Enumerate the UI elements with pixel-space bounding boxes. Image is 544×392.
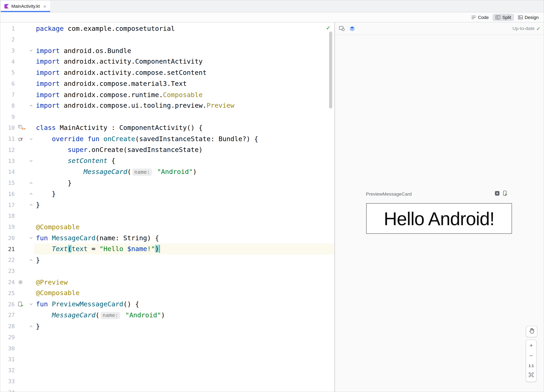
code-line[interactable]: 28} [0, 321, 334, 332]
code-text[interactable]: super.onCreate(savedInstanceState) [34, 144, 334, 155]
fold-up-icon[interactable] [28, 258, 34, 262]
check-icon: ✓ [536, 26, 540, 31]
code-line[interactable]: 23 [0, 266, 334, 277]
ui-check-icon[interactable] [339, 26, 345, 31]
compose-preview-frame: Hello Android! [366, 203, 512, 234]
code-text[interactable]: @Composable [34, 221, 334, 232]
code-line[interactable]: 34 [0, 387, 334, 392]
fold-down-icon[interactable] [28, 236, 34, 240]
code-line[interactable]: 17} [0, 199, 334, 210]
code-line[interactable]: 30 [0, 343, 334, 354]
pan-button[interactable] [526, 326, 537, 337]
code-editor[interactable]: 1package com.example.composetutorial23im… [0, 23, 334, 392]
split-view-button[interactable]: Split [493, 14, 514, 21]
code-line[interactable]: 15 } [0, 178, 334, 189]
code-line[interactable]: 6import androidx.compose.material3.Text [0, 78, 334, 89]
fold-up-icon[interactable] [28, 192, 34, 196]
code-line[interactable]: 26fun PreviewMessageCard() { [0, 299, 334, 310]
layers-icon[interactable] [349, 26, 355, 31]
preview-canvas[interactable]: PreviewMessageCard Hello Android! + − [335, 35, 544, 392]
code-view-button[interactable]: Code [468, 14, 492, 21]
code-line[interactable]: 25@Composable [0, 288, 334, 299]
split-view-icon [495, 15, 501, 20]
fold-down-icon[interactable] [28, 137, 34, 141]
run-preview-icon[interactable] [15, 302, 28, 307]
ide-window: MainActivity.kt × Code Split Design [0, 0, 544, 392]
fold-down-icon[interactable] [28, 159, 34, 163]
code-line[interactable]: 11 override fun onCreate(savedInstanceSt… [0, 133, 334, 144]
code-text[interactable]: import androidx.activity.ComponentActivi… [34, 56, 334, 67]
editor-scrollbar[interactable] [329, 31, 332, 108]
code-line[interactable]: 32 [0, 365, 334, 376]
tab-mainactivity[interactable]: MainActivity.kt × [1, 1, 50, 12]
fold-up-icon[interactable] [28, 203, 34, 207]
code-text[interactable]: fun PreviewMessageCard() { [34, 299, 334, 310]
fold-up-icon[interactable] [28, 324, 34, 328]
code-view-icon [471, 15, 476, 20]
code-text[interactable]: import androidx.compose.material3.Text [34, 78, 334, 89]
line-number: 22 [0, 257, 15, 263]
code-line[interactable]: 18 [0, 210, 334, 221]
code-text[interactable]: MessageCard(name: "Android") [34, 310, 334, 321]
class-marker-icon[interactable]: <> [15, 125, 28, 131]
code-line[interactable]: 3import android.os.Bundle [0, 45, 334, 56]
fold-up-icon[interactable] [28, 181, 34, 185]
zoom-in-button[interactable]: + [526, 341, 536, 350]
override-marker-icon[interactable] [15, 136, 28, 142]
code-text[interactable]: } [34, 199, 334, 210]
text-caret [159, 245, 160, 253]
fit-to-screen-button[interactable] [526, 371, 536, 380]
code-line[interactable]: 27 MessageCard(name: "Android") [0, 310, 334, 321]
code-text[interactable]: } [34, 178, 334, 189]
zoom-out-button[interactable]: − [526, 351, 536, 360]
code-text[interactable]: setContent { [34, 155, 334, 166]
fold-down-icon[interactable] [28, 48, 34, 53]
code-line[interactable]: 31 [0, 354, 334, 365]
code-text[interactable]: class MainActivity : ComponentActivity()… [34, 122, 334, 133]
code-line[interactable]: 16 } [0, 189, 334, 199]
code-text[interactable]: Text(text = "Hello $name!") [34, 244, 334, 255]
zoom-reset-button[interactable]: 1:1 [526, 361, 536, 370]
interactive-mode-icon[interactable] [495, 190, 500, 197]
line-number: 32 [0, 367, 15, 374]
code-line[interactable]: 2 [0, 34, 334, 45]
fold-down-icon[interactable] [28, 302, 34, 306]
inspections-ok-icon[interactable]: ✓ [326, 25, 330, 31]
code-text[interactable]: } [34, 321, 334, 332]
line-number: 25 [0, 290, 15, 296]
code-text[interactable]: import androidx.compose.ui.tooling.previ… [34, 100, 334, 111]
code-line[interactable]: 4import androidx.activity.ComponentActiv… [0, 56, 334, 67]
tab-close-icon[interactable]: × [43, 4, 46, 9]
code-line[interactable]: 7import androidx.compose.runtime.Composa… [0, 89, 334, 100]
code-text[interactable]: } [34, 189, 334, 199]
code-line[interactable]: 14 MessageCard(name: "Android") [0, 166, 334, 178]
code-line[interactable]: 1package com.example.composetutorial [0, 23, 334, 34]
code-line[interactable]: 10<>class MainActivity : ComponentActivi… [0, 122, 334, 133]
code-line[interactable]: 5import androidx.activity.compose.setCon… [0, 67, 334, 78]
code-text[interactable]: } [34, 255, 334, 266]
code-text[interactable]: override fun onCreate(savedInstanceState… [34, 133, 334, 144]
code-line[interactable]: 21 Text(text = "Hello $name!") [0, 244, 334, 255]
code-text[interactable]: fun MessageCard(name: String) { [34, 232, 334, 244]
code-line[interactable]: 19@Composable [0, 221, 334, 232]
run-on-device-icon[interactable] [503, 190, 508, 197]
design-view-button[interactable]: Design [515, 14, 541, 21]
code-text[interactable]: @Composable [34, 288, 334, 299]
code-line[interactable]: 24@Preview [0, 277, 334, 288]
code-line[interactable]: 8import androidx.compose.ui.tooling.prev… [0, 100, 334, 111]
code-line[interactable]: 13 setContent { [0, 155, 334, 166]
code-text[interactable]: import android.os.Bundle [34, 45, 334, 56]
code-line[interactable]: 29 [0, 332, 334, 343]
code-line[interactable]: 33 [0, 376, 334, 387]
code-line[interactable]: 9 [0, 111, 334, 122]
code-text[interactable]: package com.example.composetutorial [34, 23, 334, 34]
code-text[interactable]: MessageCard(name: "Android") [34, 166, 334, 178]
code-text[interactable]: @Preview [34, 277, 334, 288]
preview-gear-icon[interactable] [15, 280, 28, 285]
code-text[interactable]: import androidx.activity.compose.setCont… [34, 67, 334, 78]
fold-up-icon[interactable] [28, 104, 34, 108]
code-line[interactable]: 12 super.onCreate(savedInstanceState) [0, 144, 334, 155]
code-line[interactable]: 20fun MessageCard(name: String) { [0, 232, 334, 244]
code-line[interactable]: 22} [0, 255, 334, 266]
code-text[interactable]: import androidx.compose.runtime.Composab… [34, 89, 334, 100]
